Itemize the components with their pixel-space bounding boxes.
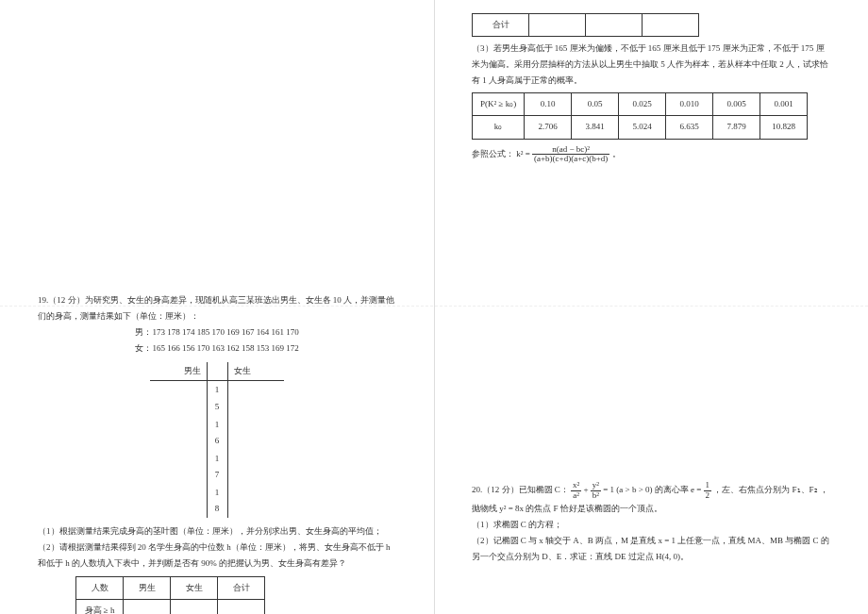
- stem-17: 1 7: [207, 450, 227, 484]
- kt-r1-5: 0.005: [713, 93, 760, 116]
- total-label: 合计: [473, 14, 529, 37]
- formula-fraction: n(ad − bc)² (a+b)(c+d)(a+c)(b+d): [532, 145, 609, 165]
- ct-h-0: 人数: [76, 576, 124, 599]
- formula-lhs: k² =: [516, 149, 532, 158]
- formula-body: k² = n(ad − bc)² (a+b)(c+d)(a+c)(b+d) 。: [516, 145, 620, 165]
- kt-r2-5: 7.879: [713, 116, 760, 139]
- question-20: 20.（12 分）已知椭圆 C： x² a² + y² b² = 1 (a > …: [472, 481, 830, 565]
- formula-label: 参照公式：: [472, 149, 514, 158]
- total-row-table: 合计: [472, 13, 699, 37]
- stem-15: 1 5: [207, 381, 227, 416]
- kt-r2-1: 2.706: [525, 116, 572, 139]
- total-c2: [586, 14, 643, 37]
- question-19: 19.（12 分）为研究男、女生的身高差异，现随机从高三某班选出男生、女生各 1…: [38, 292, 396, 614]
- q20-plus: +: [583, 485, 590, 494]
- q20-line1: 20.（12 分）已知椭圆 C： x² a² + y² b² = 1 (a > …: [472, 481, 830, 517]
- ct-h-1: 男生: [124, 576, 171, 599]
- q19-contingency-table: 人数 男生 女生 合计 身高 ≥ h 身高 < h: [75, 576, 265, 615]
- ct-r1-c3: [218, 599, 265, 614]
- q19-male-data: 男：173 178 174 185 170 169 167 164 161 17…: [38, 324, 396, 340]
- q20-part2: （2）记椭圆 C 与 x 轴交于 A、B 两点，M 是直线 x = 1 上任意一…: [472, 533, 830, 565]
- q20-frac1-den: a²: [571, 491, 581, 501]
- q19-part1: （1）根据测量结果完成身高的茎叶图（单位：厘米），并分别求出男、女生身高的平均值…: [38, 523, 396, 539]
- q19-part2: （2）请根据测量结果得到 20 名学生身高的中位数 h（单位：厘米），将男、女生…: [38, 539, 396, 572]
- kt-r1-3: 0.025: [619, 93, 666, 116]
- left-page: 19.（12 分）为研究男、女生的身高差异，现随机从高三某班选出男生、女生各 1…: [0, 0, 434, 614]
- q20-frac2-den: b²: [591, 491, 601, 501]
- total-c1: [529, 14, 586, 37]
- total-c3: [643, 14, 699, 37]
- kt-r2-3: 5.024: [619, 116, 666, 139]
- q19-female-data: 女：165 166 156 170 163 162 158 153 169 17…: [38, 340, 396, 357]
- kt-r2-0: k₀: [473, 116, 525, 139]
- right-top-block: 合计 （3）若男生身高低于 165 厘米为偏矮，不低于 165 厘米且低于 17…: [472, 9, 830, 164]
- kt-r2-4: 6.635: [666, 116, 713, 139]
- q20-line1b: = 1 (a > b > 0) 的离心率 e =: [603, 485, 703, 494]
- stem-leaf-header-male: 男生: [150, 362, 207, 381]
- kt-r1-4: 0.010: [666, 93, 713, 116]
- right-page: 合计 （3）若男生身高低于 165 厘米为偏矮，不低于 165 厘米且低于 17…: [434, 0, 868, 614]
- q20-frac1: x² a²: [571, 481, 581, 501]
- ct-r1-c2: [171, 599, 218, 614]
- kt-r1-0: P(K² ≥ k₀): [473, 93, 525, 116]
- q20-frac3: 1 2: [704, 481, 712, 501]
- formula-line: 参照公式： k² = n(ad − bc)² (a+b)(c+d)(a+c)(b…: [472, 145, 830, 165]
- k-squared-table: P(K² ≥ k₀) 0.10 0.05 0.025 0.010 0.005 0…: [472, 92, 808, 139]
- kt-r2-2: 3.841: [572, 116, 619, 139]
- stem-18: 1 8: [207, 484, 227, 518]
- ct-r1-c1: [124, 599, 171, 614]
- q19-title: 19.（12 分）为研究男、女生的身高差异，现随机从高三某班选出男生、女生各 1…: [38, 292, 396, 324]
- stem-leaf-plot: 男生 女生 1 5 1 6 1 7 1 8: [150, 362, 284, 518]
- kt-r1-1: 0.10: [525, 93, 572, 116]
- ct-h-3: 合计: [218, 576, 265, 599]
- kt-r2-6: 10.828: [760, 116, 808, 139]
- stem-16: 1 6: [207, 416, 227, 450]
- q20-part1: （1）求椭圆 C 的方程；: [472, 517, 830, 533]
- ct-r1-label: 身高 ≥ h: [76, 599, 124, 614]
- stem-leaf-header-female: 女生: [227, 362, 284, 381]
- q20-line1a: 20.（12 分）已知椭圆 C：: [472, 485, 569, 494]
- q20-frac3-den: 2: [704, 491, 712, 501]
- q20-frac2: y² b²: [591, 481, 601, 501]
- formula-tail: 。: [612, 149, 621, 158]
- formula-den: (a+b)(c+d)(a+c)(b+d): [532, 155, 609, 164]
- kt-r1-2: 0.05: [572, 93, 619, 116]
- q3-text: （3）若男生身高低于 165 厘米为偏矮，不低于 165 厘米且低于 175 厘…: [472, 41, 830, 89]
- stem-leaf-stem-header: [207, 362, 227, 381]
- kt-r1-6: 0.001: [760, 93, 808, 116]
- ct-h-2: 女生: [171, 576, 218, 599]
